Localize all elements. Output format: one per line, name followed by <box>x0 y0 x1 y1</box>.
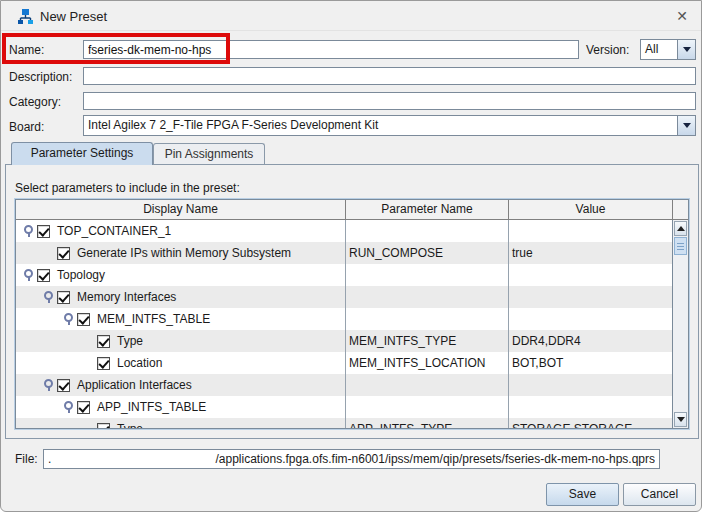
row-value: true <box>509 242 673 264</box>
row-checkbox[interactable] <box>97 357 110 370</box>
table-row[interactable]: TypeAPP_INTFS_TYPESTORAGE,STORAGE <box>16 418 688 429</box>
row-display-name: Location <box>117 356 162 370</box>
chevron-down-icon <box>683 123 691 128</box>
row-display-name: TOP_CONTAINER_1 <box>57 224 171 238</box>
row-checkbox[interactable] <box>57 379 70 392</box>
name-input[interactable] <box>83 40 579 59</box>
category-label: Category: <box>9 95 61 109</box>
row-display-name: Type <box>117 334 143 348</box>
row-parameter-name <box>346 264 509 286</box>
instruction-text: Select parameters to include in the pres… <box>15 181 240 195</box>
row-display-name: APP_INTFS_TABLE <box>97 400 206 414</box>
board-dropdown-button[interactable] <box>677 116 695 135</box>
row-display-name: Topology <box>57 268 105 282</box>
version-dropdown[interactable]: All <box>640 39 696 60</box>
version-value: All <box>641 40 677 59</box>
row-display-name: Generate IPs within Memory Subsystem <box>77 246 291 260</box>
name-label: Name: <box>9 43 44 57</box>
tree-expander-spacer <box>82 356 97 370</box>
row-checkbox[interactable] <box>37 269 50 282</box>
chevron-down-icon <box>683 47 691 52</box>
row-value <box>509 220 673 242</box>
cancel-button[interactable]: Cancel <box>623 483 696 506</box>
tree-expander-spacer <box>42 246 57 260</box>
table-row[interactable]: Application Interfaces <box>16 374 688 396</box>
row-parameter-name: MEM_INTFS_LOCATION <box>346 352 509 374</box>
board-dropdown[interactable]: Intel Agilex 7 2_F-Tile FPGA F-Series De… <box>83 115 696 136</box>
parameters-table: Display Name Parameter Name Value TOP_CO… <box>15 199 689 429</box>
description-input[interactable] <box>83 67 696 85</box>
row-display-name: Application Interfaces <box>77 378 192 392</box>
table-body: TOP_CONTAINER_1Generate IPs within Memor… <box>16 220 688 429</box>
scroll-down-icon <box>677 417 685 422</box>
row-parameter-name <box>346 308 509 330</box>
preset-hierarchy-icon <box>17 8 34 25</box>
tree-expander-icon[interactable] <box>22 268 37 282</box>
row-parameter-name: APP_INTFS_TYPE <box>346 418 509 429</box>
file-path-value: /applications.fpga.ofs.fim-n6001/ipss/me… <box>51 452 655 466</box>
table-header: Display Name Parameter Name Value <box>16 200 688 220</box>
table-row[interactable]: TOP_CONTAINER_1 <box>16 220 688 242</box>
scroll-up-button[interactable] <box>674 221 687 236</box>
table-row[interactable]: Topology <box>16 264 688 286</box>
row-display-name: Type <box>117 422 143 429</box>
tree-expander-spacer <box>82 422 97 429</box>
row-parameter-name <box>346 374 509 396</box>
tab-pin-assignments[interactable]: Pin Assignments <box>153 143 265 164</box>
row-checkbox[interactable] <box>57 291 70 304</box>
tree-expander-icon[interactable] <box>42 290 57 304</box>
tree-expander-icon[interactable] <box>22 224 37 238</box>
tab-parameter-settings[interactable]: Parameter Settings <box>11 142 153 165</box>
tree-expander-icon[interactable] <box>42 378 57 392</box>
save-button[interactable]: Save <box>546 483 619 506</box>
row-value <box>509 286 673 308</box>
tree-expander-icon[interactable] <box>62 400 77 414</box>
table-row[interactable]: TypeMEM_INTFS_TYPEDDR4,DDR4 <box>16 330 688 352</box>
tree-expander-spacer <box>82 334 97 348</box>
column-header-value[interactable]: Value <box>509 200 673 219</box>
row-parameter-name <box>346 286 509 308</box>
file-path-field[interactable]: . /applications.fpga.ofs.fim-n6001/ipss/… <box>43 449 660 469</box>
board-label: Board: <box>9 120 44 134</box>
row-value: BOT,BOT <box>509 352 673 374</box>
row-parameter-name <box>346 396 509 418</box>
version-dropdown-button[interactable] <box>677 40 695 59</box>
row-value <box>509 374 673 396</box>
scrollbar-thumb[interactable] <box>674 237 687 255</box>
table-row[interactable]: Generate IPs within Memory SubsystemRUN_… <box>16 242 688 264</box>
category-input[interactable] <box>83 92 696 110</box>
column-header-display-name[interactable]: Display Name <box>16 200 346 219</box>
scroll-up-icon <box>677 226 685 231</box>
row-checkbox[interactable] <box>97 423 110 430</box>
row-display-name: MEM_INTFS_TABLE <box>97 312 210 326</box>
row-value: DDR4,DDR4 <box>509 330 673 352</box>
row-value: STORAGE,STORAGE <box>509 418 673 429</box>
table-row[interactable]: LocationMEM_INTFS_LOCATIONBOT,BOT <box>16 352 688 374</box>
row-value <box>509 308 673 330</box>
version-label: Version: <box>586 43 629 57</box>
file-label: File: <box>15 452 38 466</box>
row-value <box>509 264 673 286</box>
window-title: New Preset <box>40 9 107 24</box>
row-checkbox[interactable] <box>57 247 70 260</box>
close-icon[interactable]: ✕ <box>671 7 693 25</box>
row-checkbox[interactable] <box>77 401 90 414</box>
new-preset-dialog: New Preset ✕ Name: Version: All Descript… <box>0 0 702 512</box>
table-row[interactable]: APP_INTFS_TABLE <box>16 396 688 418</box>
board-value: Intel Agilex 7 2_F-Tile FPGA F-Series De… <box>84 116 677 135</box>
row-value <box>509 396 673 418</box>
tree-expander-icon[interactable] <box>62 312 77 326</box>
row-checkbox[interactable] <box>77 313 90 326</box>
scroll-down-button[interactable] <box>674 412 687 427</box>
column-header-parameter-name[interactable]: Parameter Name <box>346 200 509 219</box>
row-display-name: Memory Interfaces <box>77 290 176 304</box>
vertical-scrollbar[interactable] <box>672 220 688 428</box>
row-checkbox[interactable] <box>37 225 50 238</box>
title-bar[interactable]: New Preset ✕ <box>1 1 701 31</box>
table-row[interactable]: Memory Interfaces <box>16 286 688 308</box>
table-row[interactable]: MEM_INTFS_TABLE <box>16 308 688 330</box>
description-label: Description: <box>9 70 72 84</box>
row-parameter-name <box>346 220 509 242</box>
column-header-spacer <box>673 200 688 219</box>
row-checkbox[interactable] <box>97 335 110 348</box>
